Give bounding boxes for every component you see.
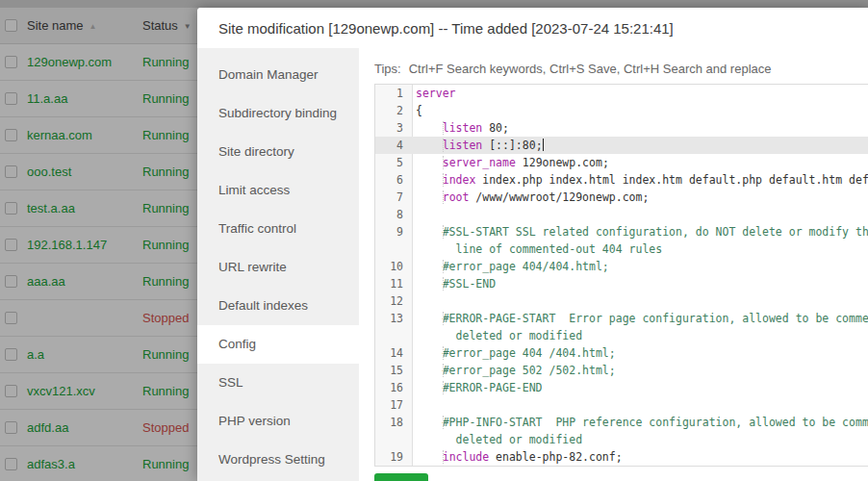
- code-line[interactable]: 15 #error_page 502 /502.html;: [375, 362, 868, 379]
- sidebar-item-site-directory[interactable]: Site directory: [197, 133, 359, 171]
- code-line[interactable]: 2{: [375, 102, 868, 119]
- sidebar-item-config[interactable]: Config: [197, 325, 359, 364]
- code-line[interactable]: 16 #ERROR-PAGE-END: [375, 379, 868, 396]
- code-line[interactable]: 7 root /www/wwwroot/129onewp.com;: [375, 189, 868, 206]
- code-line[interactable]: 18 #PHP-INFO-START PHP reference configu…: [375, 414, 868, 431]
- line-number: 12: [375, 292, 413, 310]
- code-plain: 80;: [482, 121, 509, 135]
- code-comment: line of commented-out 404 rules: [416, 242, 662, 256]
- code-line-active[interactable]: 4 listen [::]:80;: [375, 137, 868, 154]
- line-number: 2: [375, 102, 413, 119]
- sidebar-item-default-indexes[interactable]: Default indexes: [197, 287, 359, 325]
- code-line[interactable]: 11 #SSL-END: [375, 275, 868, 292]
- sidebar-item-wordpress-setting[interactable]: Wordpress Setting: [197, 441, 359, 479]
- code-text: #error_page 404/404.html;: [413, 258, 868, 275]
- sidebar-item-traffic-control[interactable]: Traffic control: [197, 210, 359, 248]
- code-text: deleted or modified: [413, 327, 868, 344]
- code-keyword: listen: [443, 121, 483, 135]
- dialog-body: Domain ManagerSubdirectory bindingSite d…: [197, 48, 868, 481]
- code-text: include enable-php-82.conf;: [413, 448, 868, 466]
- code-line[interactable]: line of commented-out 404 rules: [375, 240, 868, 258]
- code-line[interactable]: 8: [375, 206, 868, 223]
- code-line[interactable]: deleted or modified: [375, 327, 868, 344]
- code-line[interactable]: 6 index index.php index.html index.htm d…: [375, 171, 868, 189]
- config-code-editor[interactable]: 1server2{3 listen 80;4 listen [::]:80;5 …: [374, 84, 868, 467]
- code-comment: #error_page 502 /502.html;: [416, 364, 616, 377]
- code-line[interactable]: 14 #error_page 404 /404.html;: [375, 344, 868, 362]
- code-line[interactable]: 5 server_name 129onewp.com;: [375, 154, 868, 171]
- code-line[interactable]: deleted or modified: [375, 431, 868, 448]
- tips-label: Tips:: [374, 62, 401, 76]
- code-plain: [::]:80;: [482, 139, 542, 152]
- code-comment: #PHP-INFO-START PHP reference configurat…: [416, 416, 868, 429]
- code-text: #ERROR-PAGE-START Error page configurati…: [413, 310, 868, 327]
- code-keyword: listen: [443, 139, 483, 152]
- code-plain: [416, 121, 443, 135]
- line-number: 15: [375, 362, 413, 379]
- code-text: #SSL-START SSL related configuration, do…: [413, 223, 868, 240]
- code-line[interactable]: 9 #SSL-START SSL related configuration, …: [375, 223, 868, 240]
- tips-text: Ctrl+F Search keywords, Ctrl+S Save, Ctr…: [409, 62, 772, 76]
- code-keyword: server_name: [443, 156, 516, 169]
- line-number: 8: [375, 206, 413, 223]
- sidebar-item-domain-manager[interactable]: Domain Manager: [197, 56, 359, 94]
- sidebar-item-subdirectory-binding[interactable]: Subdirectory binding: [197, 94, 359, 133]
- editor-tips: Tips:Ctrl+F Search keywords, Ctrl+S Save…: [374, 62, 868, 76]
- sidebar-item-php-version[interactable]: PHP version: [197, 402, 359, 441]
- code-keyword: server: [416, 87, 456, 100]
- code-plain: index.php index.html index.htm default.p…: [475, 173, 868, 187]
- code-plain: [416, 139, 443, 152]
- site-modification-dialog: Site modification [129onewp.com] -- Time…: [197, 8, 868, 481]
- config-panel: Tips:Ctrl+F Search keywords, Ctrl+S Save…: [359, 48, 868, 481]
- code-text: server_name 129onewp.com;: [413, 154, 868, 171]
- line-number: 4: [375, 137, 413, 154]
- code-comment: deleted or modified: [416, 433, 582, 446]
- line-number: 13: [375, 310, 413, 327]
- code-plain: {: [416, 104, 422, 117]
- line-number: 11: [375, 275, 413, 292]
- code-line[interactable]: 19 include enable-php-82.conf;: [375, 448, 868, 466]
- code-text: #error_page 404 /404.html;: [413, 344, 868, 362]
- code-line[interactable]: 17: [375, 396, 868, 414]
- sidebar-item-ssl[interactable]: SSL: [197, 364, 359, 402]
- code-comment: deleted or modified: [416, 329, 582, 342]
- dialog-sidebar: Domain ManagerSubdirectory bindingSite d…: [197, 48, 359, 481]
- code-line[interactable]: 10 #error_page 404/404.html;: [375, 258, 868, 275]
- code-line[interactable]: 12: [375, 292, 868, 310]
- code-text: index index.php index.html index.htm def…: [413, 171, 868, 189]
- code-keyword: include: [443, 450, 489, 464]
- code-plain: enable-php-82.conf;: [489, 450, 622, 464]
- code-plain: /www/wwwroot/129onewp.com;: [469, 190, 649, 204]
- sidebar-item-url-rewrite[interactable]: URL rewrite: [197, 248, 359, 287]
- sidebar-item-limit-access[interactable]: Limit access: [197, 171, 359, 210]
- code-plain: [416, 156, 443, 169]
- line-number: 19: [375, 448, 413, 466]
- line-number: 5: [375, 154, 413, 171]
- code-line[interactable]: 1server: [375, 85, 868, 102]
- code-comment: #ERROR-PAGE-END: [416, 381, 543, 394]
- code-plain: [416, 173, 443, 187]
- code-line[interactable]: 13 #ERROR-PAGE-START Error page configur…: [375, 310, 868, 327]
- code-text: #PHP-INFO-START PHP reference configurat…: [413, 414, 868, 431]
- code-plain: 129onewp.com;: [516, 156, 609, 169]
- code-text: {: [413, 102, 868, 119]
- code-text: server: [413, 85, 868, 102]
- save-button[interactable]: [374, 473, 428, 481]
- line-number: [375, 431, 413, 448]
- code-plain: [416, 450, 443, 464]
- code-comment: #ERROR-PAGE-START Error page configurati…: [416, 312, 868, 325]
- code-text: [413, 206, 868, 223]
- line-number: 16: [375, 379, 413, 396]
- code-text: root /www/wwwroot/129onewp.com;: [413, 189, 868, 206]
- code-text: #SSL-END: [413, 275, 868, 292]
- line-number: [375, 327, 413, 344]
- code-text: listen 80;: [413, 119, 868, 137]
- code-line[interactable]: 3 listen 80;: [375, 119, 868, 137]
- line-number: 10: [375, 258, 413, 275]
- code-text: listen [::]:80;: [413, 137, 868, 154]
- code-keyword: root: [443, 190, 470, 204]
- code-keyword: index: [443, 173, 476, 187]
- code-text: [413, 292, 868, 310]
- code-comment: #error_page 404/404.html;: [416, 260, 609, 273]
- code-comment: #SSL-START SSL related configuration, do…: [416, 225, 868, 239]
